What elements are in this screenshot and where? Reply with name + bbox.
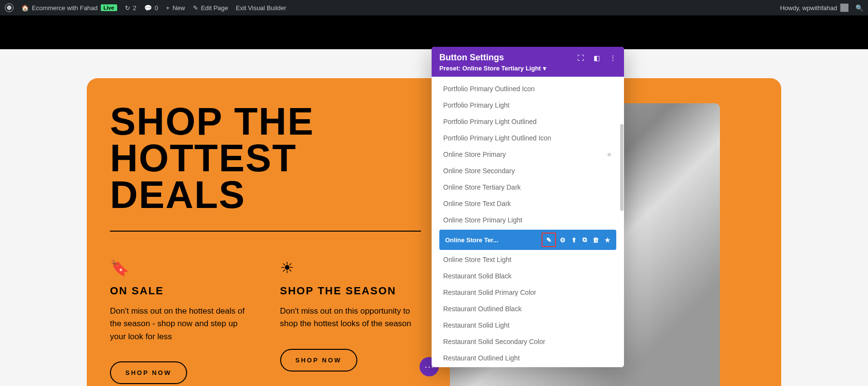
preset-label: Restaurant Solid Secondary Color — [443, 338, 545, 345]
preset-label: Online Store Primary Light — [443, 216, 522, 224]
preset-item[interactable]: Online Store Primary Light — [432, 212, 624, 228]
preset-item[interactable]: Online Store Primary★ — [432, 146, 624, 163]
duplicate-icon[interactable]: ⧉ — [583, 236, 587, 244]
pencil-icon: ✎ — [193, 4, 198, 12]
gear-icon[interactable]: ⚙ — [560, 236, 566, 244]
feature-body: Don't miss out on this opportunity to sh… — [280, 305, 421, 331]
feature-body: Don't miss out on the hottest deals of t… — [110, 305, 251, 343]
trash-icon[interactable]: 🗑 — [593, 236, 599, 244]
site-name-link[interactable]: 🏠 Ecommerce with Fahad Live — [21, 4, 117, 12]
feature-shop-season: ☀ SHOP THE SEASON Don't miss out on this… — [280, 259, 421, 384]
plus-icon: + — [166, 4, 170, 12]
shop-now-button[interactable]: SHOP NOW — [110, 361, 187, 384]
preset-item[interactable]: Portfolio Primary Light Outlined — [432, 113, 624, 130]
preset-label: Online Store Primary — [443, 151, 506, 158]
wp-admin-bar: 🏠 Ecommerce with Fahad Live ↻ 2 💬 0 + Ne… — [0, 0, 868, 15]
preset-item-selected[interactable]: Online Store Ter... ✎ ⚙ ⬆ ⧉ 🗑 ★ — [439, 230, 616, 250]
shop-now-button[interactable]: SHOP NOW — [280, 349, 357, 372]
preset-list[interactable]: Portfolio Primary Outlined IconPortfolio… — [432, 77, 624, 367]
preset-label: Restaurant Solid Black — [443, 272, 512, 280]
preset-label: Online Store Tertiary Dark — [443, 183, 521, 191]
preset-label: Portfolio Primary Light — [443, 101, 510, 109]
preset-item[interactable]: Online Store Text Light — [432, 251, 624, 268]
updates-link[interactable]: ↻ 2 — [125, 4, 136, 12]
preset-item[interactable]: Restaurant Solid Primary Color — [432, 284, 624, 301]
preset-item[interactable]: Restaurant Outlined Black — [432, 301, 624, 317]
hero-text-column: SHOP THE HOTTEST DEALS 🔖 ON SALE Don't m… — [110, 103, 421, 384]
preset-item[interactable]: Portfolio Primary Light Outlined Icon — [432, 130, 624, 146]
header-blackband — [0, 15, 868, 49]
exit-vb-link[interactable]: Exit Visual Builder — [236, 4, 286, 12]
preset-item[interactable]: Restaurant Outlined Light — [432, 350, 624, 366]
expand-icon[interactable]: ⛶ — [577, 54, 584, 62]
bookmark-icon: 🔖 — [110, 259, 251, 277]
upload-icon[interactable]: ⬆ — [571, 236, 577, 244]
preset-label: Portfolio Primary Outlined Icon — [443, 85, 535, 93]
wordpress-icon — [5, 3, 14, 12]
panel-title: Button Settings — [439, 53, 504, 63]
preset-label: Online Store Text Light — [443, 256, 511, 263]
preset-label: Online Store Secondary — [443, 167, 515, 175]
preset-item[interactable]: Consultant Black — [432, 366, 624, 367]
preset-item[interactable]: Online Store Secondary — [432, 163, 624, 179]
preset-item[interactable]: Portfolio Primary Light — [432, 97, 624, 113]
comment-icon: 💬 — [144, 4, 152, 12]
preset-label: Portfolio Primary Light Outlined Icon — [443, 134, 551, 142]
preset-label: Online Store Ter... — [445, 236, 498, 244]
new-label: New — [173, 4, 185, 12]
comments-count: 0 — [155, 4, 158, 12]
kebab-icon[interactable]: ⋮ — [610, 54, 616, 62]
preset-item[interactable]: Online Store Text Dark — [432, 195, 624, 212]
edit-icon[interactable]: ✎ — [543, 234, 554, 245]
panel-header-actions: ⛶ ◧ ⋮ — [577, 54, 616, 62]
chevron-down-icon: ▾ — [543, 65, 546, 72]
greeting-text: Howdy, wpwithfahad — [780, 4, 837, 12]
greeting-link[interactable]: Howdy, wpwithfahad — [780, 3, 849, 12]
preset-selected-actions: ✎ ⚙ ⬆ ⧉ 🗑 ★ — [543, 234, 610, 245]
preset-item[interactable]: Restaurant Solid Black — [432, 268, 624, 284]
preset-label: Restaurant Outlined Black — [443, 305, 522, 313]
layout-icon[interactable]: ◧ — [594, 54, 600, 62]
wp-logo[interactable] — [5, 3, 14, 12]
search-button[interactable]: 🔍 — [855, 4, 863, 12]
search-icon: 🔍 — [855, 4, 863, 12]
preset-item[interactable]: Restaurant Solid Secondary Color — [432, 333, 624, 350]
feature-on-sale: 🔖 ON SALE Don't miss out on the hottest … — [110, 259, 251, 384]
admin-left-items: 🏠 Ecommerce with Fahad Live ↻ 2 💬 0 + Ne… — [5, 3, 286, 12]
preset-dropdown[interactable]: Preset: Online Store Tertiary Light ▾ — [439, 65, 616, 72]
refresh-icon: ↻ — [125, 4, 130, 12]
comments-link[interactable]: 💬 0 — [144, 4, 158, 12]
button-settings-panel: Button Settings ⛶ ◧ ⋮ Preset: Online Sto… — [432, 47, 624, 367]
hero-headline: SHOP THE HOTTEST DEALS — [110, 103, 421, 213]
preset-item[interactable]: Portfolio Primary Outlined Icon — [432, 81, 624, 97]
preset-item[interactable]: Restaurant Solid Light — [432, 317, 624, 333]
preset-label: Online Store Text Dark — [443, 200, 511, 207]
preset-label: Restaurant Outlined Light — [443, 354, 520, 362]
admin-right-items: Howdy, wpwithfahad 🔍 — [780, 3, 863, 12]
preset-label: Portfolio Primary Light Outlined — [443, 118, 537, 125]
updates-count: 2 — [133, 4, 136, 12]
star-icon[interactable]: ★ — [606, 151, 612, 158]
edit-page-link[interactable]: ✎ Edit Page — [193, 4, 228, 12]
avatar — [840, 3, 849, 12]
home-icon: 🏠 — [21, 4, 29, 12]
preset-item[interactable]: Online Store Tertiary Dark — [432, 179, 624, 195]
site-name: Ecommerce with Fahad — [32, 4, 98, 12]
exit-vb-label: Exit Visual Builder — [236, 4, 286, 12]
preset-label: Restaurant Solid Primary Color — [443, 289, 536, 296]
hero-divider — [110, 231, 421, 232]
sun-icon: ☀ — [280, 259, 421, 277]
preset-label: Preset: Online Store Tertiary Light — [439, 65, 541, 72]
new-link[interactable]: + New — [166, 4, 185, 12]
star-icon[interactable]: ★ — [605, 236, 610, 244]
scrollbar-thumb[interactable] — [620, 124, 624, 211]
live-badge: Live — [101, 4, 117, 11]
hero-features-row: 🔖 ON SALE Don't miss out on the hottest … — [110, 259, 421, 384]
edit-page-label: Edit Page — [201, 4, 228, 12]
panel-header: Button Settings ⛶ ◧ ⋮ Preset: Online Sto… — [432, 47, 624, 77]
feature-title: ON SALE — [110, 285, 251, 297]
preset-label: Restaurant Solid Light — [443, 321, 510, 329]
feature-title: SHOP THE SEASON — [280, 285, 421, 297]
